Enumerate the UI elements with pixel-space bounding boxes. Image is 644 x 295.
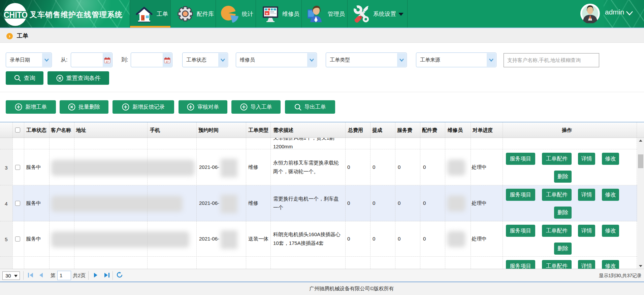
svg-text:17: 17 [166,60,168,63]
svg-text:CHITO: CHITO [4,10,28,20]
svg-text:17: 17 [106,60,108,63]
svg-text:w: w [265,12,268,15]
